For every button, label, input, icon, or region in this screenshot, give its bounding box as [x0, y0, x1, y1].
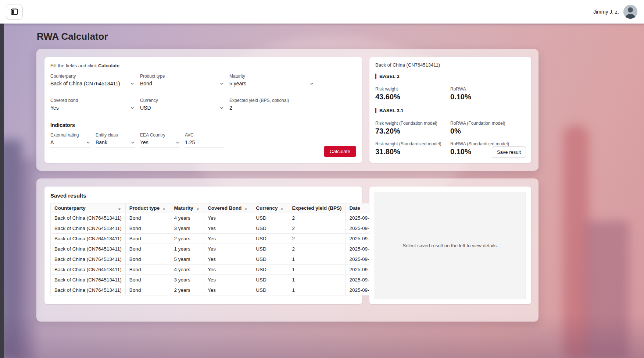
- field-counterparty: Counterparty Back of China (CN764513411): [50, 74, 135, 89]
- chevron-down-icon: [86, 140, 90, 145]
- table-cell: 1: [288, 254, 346, 265]
- details-card: Select saved result on the left to view …: [369, 187, 531, 304]
- metric-rorwa: RoRWA 0.10%: [450, 86, 525, 101]
- column-header[interactable]: Currency: [252, 203, 288, 213]
- covered-bond-select[interactable]: Yes: [50, 105, 135, 113]
- metric-risk-weight-standardized: Risk weight (Standardized model) 31.80%: [375, 141, 450, 156]
- table-cell: Bond: [125, 265, 170, 275]
- counterparty-select[interactable]: Back of China (CN764513411): [50, 81, 135, 89]
- field-maturity: Maturity 5 years: [229, 74, 314, 89]
- table-cell: USD: [252, 285, 288, 295]
- avatar[interactable]: [623, 5, 637, 19]
- form-instruction: Fill the fields and click Calculate.: [50, 63, 356, 68]
- column-header-label: Expected yield (BPS): [292, 205, 341, 211]
- table-row[interactable]: Back of China (CN764513411)Bond2 yearsYe…: [51, 285, 393, 295]
- metric-risk-weight-foundation: Risk weight (Foundation model) 73.20%: [375, 121, 450, 135]
- table-cell: Yes: [204, 213, 252, 223]
- table-cell: USD: [252, 254, 288, 265]
- field-expected-yield: Expected yield (BPS, optional) 2: [229, 98, 314, 113]
- table-row[interactable]: Back of China (CN764513411)Bond5 yearsYe…: [51, 254, 393, 265]
- table-cell: USD: [252, 244, 288, 254]
- table-cell: Bond: [125, 223, 170, 234]
- table-cell: Yes: [204, 254, 252, 265]
- chevron-down-icon: [130, 106, 135, 110]
- table-cell: 1 years: [170, 244, 204, 254]
- field-avc: AVC 1.25: [185, 132, 224, 148]
- table-cell: Back of China (CN764513411): [51, 254, 126, 265]
- sidebar-panel-icon: [10, 8, 18, 16]
- calculator-panel: Fill the fields and click Calculate. Cou…: [36, 49, 539, 171]
- currency-select[interactable]: USD: [140, 105, 224, 113]
- table-cell: USD: [252, 234, 288, 244]
- eea-country-select[interactable]: Yes: [140, 139, 180, 148]
- avc-input[interactable]: 1.25: [185, 139, 224, 148]
- table-row[interactable]: Back of China (CN764513411)Bond4 yearsYe…: [51, 213, 393, 223]
- table-cell: 3 years: [170, 223, 204, 234]
- column-header[interactable]: Expected yield (BPS): [288, 203, 346, 213]
- table-cell: Yes: [204, 265, 252, 275]
- field-currency: Currency USD: [140, 98, 224, 113]
- indicators-title: Indicators: [50, 122, 356, 128]
- product-type-select[interactable]: Bond: [140, 81, 224, 89]
- filter-icon[interactable]: [117, 206, 122, 210]
- column-header-label: Currency: [256, 205, 278, 211]
- table-cell: Bond: [125, 254, 170, 265]
- table-cell: Bond: [125, 275, 170, 285]
- table-cell: USD: [252, 265, 288, 275]
- basel3-section-header: BASEL 3: [375, 74, 525, 82]
- save-result-button[interactable]: Save result: [492, 146, 526, 158]
- column-header[interactable]: Counterparty: [51, 203, 126, 213]
- chevron-down-icon: [219, 106, 224, 110]
- column-header[interactable]: Maturity: [170, 203, 204, 213]
- table-row[interactable]: Back of China (CN764513411)Bond1 yearsYe…: [51, 244, 393, 254]
- expected-yield-input[interactable]: 2: [229, 105, 314, 113]
- filter-icon[interactable]: [196, 206, 200, 210]
- table-row[interactable]: Back of China (CN764513411)Bond4 yearsYe…: [51, 265, 393, 275]
- table-cell: 2: [288, 213, 346, 223]
- field-label: Maturity: [229, 74, 314, 79]
- chevron-down-icon: [130, 81, 135, 86]
- field-external-rating: External rating A: [50, 132, 90, 148]
- filter-icon[interactable]: [244, 206, 248, 210]
- external-rating-select[interactable]: A: [50, 139, 90, 148]
- table-cell: Back of China (CN764513411): [51, 213, 126, 223]
- calculate-button[interactable]: Calculate: [324, 146, 356, 157]
- table-row[interactable]: Back of China (CN764513411)Bond2 yearsYe…: [51, 234, 393, 244]
- collapsed-sidebar-strip: [0, 24, 4, 358]
- field-label: Covered bond: [50, 98, 135, 103]
- saved-results-table: CounterpartyProduct typeMaturityCovered …: [50, 203, 393, 295]
- field-covered-bond: Covered bond Yes: [50, 98, 135, 113]
- table-cell: Back of China (CN764513411): [51, 275, 126, 285]
- filter-icon[interactable]: [162, 206, 166, 210]
- sidebar-toggle-button[interactable]: [6, 4, 23, 20]
- chevron-down-icon: [219, 81, 224, 86]
- table-cell: 2 years: [170, 285, 204, 295]
- table-cell: 5 years: [170, 254, 204, 265]
- table-row[interactable]: Back of China (CN764513411)Bond3 yearsYe…: [51, 223, 393, 234]
- field-label: Entity class: [96, 132, 135, 138]
- field-label: External rating: [50, 132, 90, 138]
- table-cell: Yes: [204, 223, 252, 234]
- maturity-select[interactable]: 5 years: [229, 81, 314, 89]
- results-card: Back of China (CN764513411) BASEL 3 Risk…: [369, 57, 531, 163]
- table-cell: 2 years: [170, 234, 204, 244]
- column-header[interactable]: Covered Bond: [204, 203, 252, 213]
- chevron-down-icon: [175, 140, 180, 145]
- saved-results-title: Saved results: [50, 192, 356, 199]
- table-cell: USD: [252, 223, 288, 234]
- table-cell: 1: [288, 285, 346, 295]
- metric-risk-weight: Risk weight 43.60%: [375, 86, 450, 101]
- table-cell: Back of China (CN764513411): [51, 234, 126, 244]
- field-label: EEA Country: [140, 132, 180, 138]
- table-cell: USD: [252, 275, 288, 285]
- table-cell: Bond: [125, 234, 170, 244]
- entity-class-select[interactable]: Bank: [96, 139, 135, 148]
- table-cell: 4 years: [170, 265, 204, 275]
- filter-icon[interactable]: [280, 206, 284, 210]
- column-header-label: Counterparty: [54, 205, 86, 211]
- table-row[interactable]: Back of China (CN764513411)Bond3 yearsYe…: [51, 275, 393, 285]
- details-placeholder-panel: Select saved result on the left to view …: [375, 192, 526, 299]
- column-header[interactable]: Product type: [125, 203, 170, 213]
- column-header-label: Covered Bond: [208, 205, 242, 211]
- table-cell: 1: [288, 265, 346, 275]
